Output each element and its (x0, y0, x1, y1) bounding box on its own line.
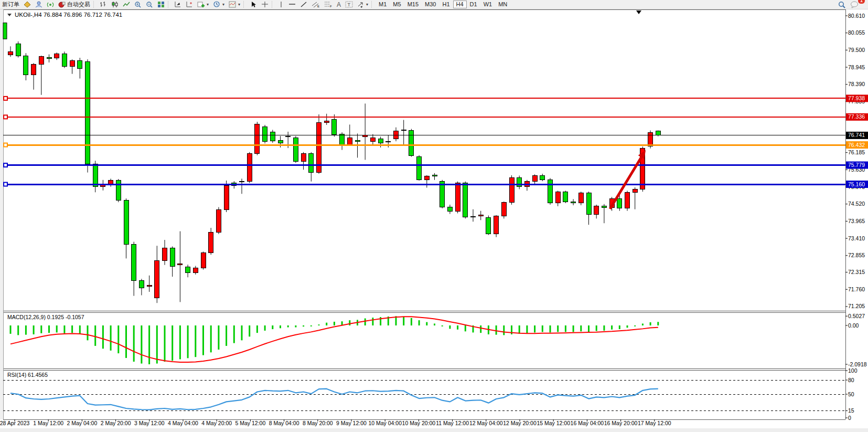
chart-cursor-icon[interactable] (172, 0, 184, 9)
zoom-in-icon[interactable] (132, 0, 144, 9)
line-anchor-marker[interactable] (4, 97, 7, 100)
time-tick-label: 2 May 20:00 (101, 420, 131, 426)
candle-body (47, 58, 51, 59)
trendline-icon[interactable] (298, 0, 309, 9)
candle-body (93, 164, 98, 186)
candle-body (424, 176, 429, 180)
fibonacci-icon[interactable]: F (322, 0, 335, 9)
timeframe-M15[interactable]: M15 (404, 1, 422, 8)
chat-button[interactable]: 1 (848, 0, 861, 9)
candlestick-chart-icon[interactable] (109, 0, 121, 9)
time-tick-label: 1 May 12:00 (33, 420, 63, 426)
candle-body (478, 215, 483, 216)
time-tick-label: 12 May 04:00 (469, 420, 503, 426)
time-tick-label: 2 May 04:00 (67, 420, 98, 426)
time-tick-label: 4 May 20:00 (201, 420, 232, 426)
candle-body (116, 180, 121, 200)
signal-icon[interactable] (45, 0, 56, 9)
price-tick-label: 80.055 (848, 29, 865, 36)
timeframe-H4[interactable]: H4 (453, 1, 467, 8)
price-tick-label: 79.500 (848, 47, 865, 53)
templates-icon[interactable] (227, 0, 242, 9)
chart-title: UKOil-,H4 76.884 76.896 76.712 76.741 (15, 12, 122, 18)
timeframe-M5[interactable]: M5 (390, 1, 404, 8)
search-icon[interactable] (836, 0, 848, 9)
text-tool-icon[interactable]: A (335, 0, 343, 9)
timeframe-H1[interactable]: H1 (439, 1, 453, 8)
bar-chart-icon[interactable] (98, 0, 109, 9)
timeframe-MN[interactable]: MN (495, 1, 510, 8)
edge-candle (3, 23, 7, 39)
price-tick-label: 72.855 (848, 252, 865, 258)
price-tick-label: 78.945 (848, 64, 865, 70)
rsi-label: RSI(14) 61.4565 (7, 372, 48, 378)
candle-body (447, 207, 452, 212)
shapes-icon[interactable] (355, 0, 370, 9)
price-tick-label: 72.315 (848, 269, 865, 275)
candle-body (163, 248, 167, 260)
line-chart-icon[interactable] (121, 0, 132, 9)
candle-body (463, 183, 468, 217)
candle-body (378, 139, 383, 143)
line-anchor-marker[interactable] (4, 163, 7, 167)
candle-body (494, 216, 499, 234)
line-anchor-marker[interactable] (4, 115, 7, 119)
line-anchor-marker[interactable] (4, 143, 7, 147)
period-clock-icon[interactable] (211, 0, 227, 9)
candle-body (224, 185, 229, 210)
time-tick-label: 28 Apr 2023 (0, 420, 29, 426)
line-anchor-marker[interactable] (4, 183, 7, 186)
time-tick-label: 10 May 04:00 (368, 420, 402, 426)
chart-canvas[interactable]: 80.61080.05579.50078.94578.39077.83576.1… (0, 0, 868, 432)
candle-body (540, 176, 545, 180)
notification-badge: 1 (858, 0, 865, 4)
candle-body (170, 248, 175, 266)
styler-bucket-icon[interactable] (22, 0, 33, 9)
candle-body (209, 232, 213, 252)
candle-body (586, 193, 591, 215)
cursor-icon[interactable] (248, 0, 259, 9)
channel-icon[interactable]: E (309, 0, 322, 9)
toolbar-separator (93, 1, 97, 8)
candle-body (386, 141, 391, 142)
time-tick-label: 10 May 20:00 (402, 420, 436, 426)
zoom-out-icon[interactable] (144, 0, 155, 9)
candle-body (633, 189, 637, 192)
crosshair-icon[interactable] (259, 0, 271, 9)
autotrading-label: 自动交易 (67, 1, 90, 8)
horizontal-line-icon[interactable] (286, 0, 298, 9)
text-label-tool-icon[interactable]: T (343, 0, 355, 9)
time-tick-label: 5 May 12:00 (235, 420, 266, 426)
toolbar-separator (371, 1, 374, 8)
autotrading-button[interactable]: 自动交易 (56, 0, 92, 9)
timeframe-M30[interactable]: M30 (422, 1, 439, 8)
candle-body (70, 60, 74, 66)
price-tick-label: 71.205 (848, 303, 865, 309)
chart-cursor-plus-icon[interactable] (184, 0, 195, 9)
candle-body (625, 192, 630, 208)
tile-windows-icon[interactable] (155, 0, 167, 9)
time-tick-label: 9 May 12:00 (336, 420, 367, 426)
autotrading-icon (58, 1, 66, 8)
candle-body (24, 56, 28, 75)
candle-body (147, 285, 152, 287)
price-tick-label: 74.520 (848, 201, 865, 207)
price-badge-label: 76.432 (848, 142, 865, 148)
vertical-line-icon[interactable] (276, 0, 286, 9)
candle-body (471, 216, 476, 217)
add-indicator-icon[interactable] (195, 0, 211, 9)
price-tick-label: 78.390 (848, 81, 865, 87)
timeframe-W1[interactable]: W1 (480, 1, 496, 8)
candle-body (578, 193, 583, 203)
rsi-axis-label: 50 (848, 391, 854, 397)
user-profile-icon[interactable] (33, 0, 45, 9)
price-badge-label: 77.336 (848, 113, 865, 120)
candle-body (270, 132, 275, 141)
timeframe-D1[interactable]: D1 (467, 1, 480, 8)
candle-body (571, 202, 576, 203)
price-badge-label: 75.779 (848, 162, 865, 168)
new-order-button[interactable]: 新订单 (0, 0, 22, 9)
price-tick-label: 76.185 (848, 149, 865, 155)
candle-body (548, 180, 553, 203)
timeframe-M1[interactable]: M1 (376, 1, 390, 8)
